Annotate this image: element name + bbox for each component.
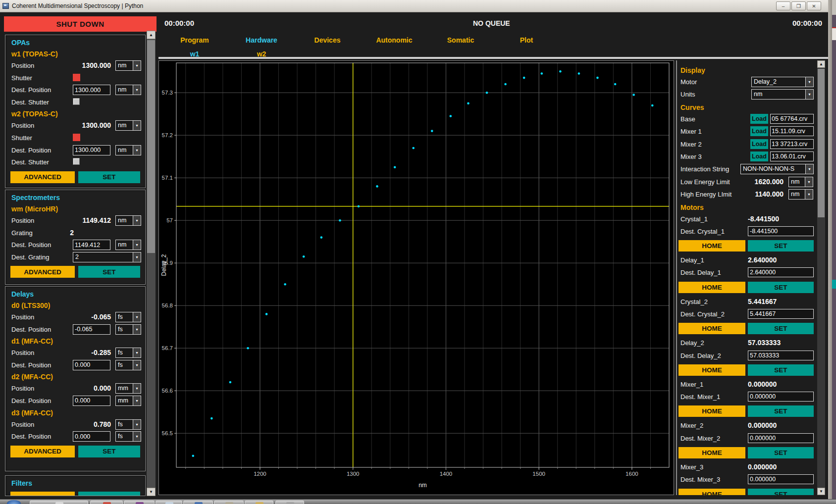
load-button[interactable]: Load [750,126,768,136]
set-button[interactable]: SET [748,282,814,293]
dest-motor-input[interactable] [748,309,814,319]
tab-somatic[interactable]: Somatic [447,36,474,44]
scroll-down-icon[interactable]: ▼ [147,488,156,496]
title-bar[interactable]: Coherent Multidimensional Spectroscopy |… [0,0,832,12]
plot-svg[interactable]: 1200130014001500160056.556.656.756.856.9… [159,61,674,495]
taskbar-button[interactable] [245,501,273,504]
start-button-icon[interactable] [7,500,21,504]
unit-dropdown[interactable]: mm▼ [115,396,141,406]
set-button[interactable]: SET [78,266,140,278]
taskbar[interactable] [0,499,836,504]
load-button[interactable]: Load [750,151,768,161]
tab-plot[interactable]: Plot [520,36,533,44]
unit-dropdown[interactable]: nm▼ [788,177,813,187]
dest-input[interactable] [73,145,110,155]
unit-dropdown[interactable]: nm▼ [115,60,141,71]
unit-dropdown[interactable]: mm▼ [115,383,141,394]
scrollbar-thumb[interactable] [818,69,825,217]
tab-devices[interactable]: Devices [314,36,341,44]
advanced-button[interactable]: ADVANCED [10,171,75,183]
unit-dropdown[interactable]: nm▼ [115,240,141,250]
tab-hardware[interactable]: Hardware [246,36,277,44]
interaction-dropdown[interactable]: NON-NON-NON-S▼ [740,164,814,174]
dest-input[interactable] [73,85,110,95]
scrollbar-thumb[interactable] [147,40,155,253]
unit-dropdown[interactable]: fs▼ [115,312,141,322]
taskbar-button[interactable] [275,501,304,504]
unit-dropdown[interactable]: fs▼ [115,360,141,370]
home-button[interactable]: HOME [679,489,745,495]
advanced-button[interactable]: ADVANCED [10,446,75,457]
taskbar-button[interactable] [156,501,182,504]
home-button[interactable]: HOME [679,282,745,293]
unit-dropdown[interactable]: nm▼ [115,85,141,95]
set-button[interactable]: SET [78,446,140,457]
curve-file-field[interactable] [770,151,814,161]
dest-input[interactable] [73,431,110,442]
dest-input[interactable] [73,324,110,335]
dest-input[interactable] [73,240,110,250]
unit-dropdown[interactable]: fs▼ [115,419,141,430]
load-button[interactable]: Load [750,114,768,124]
grating-dropdown[interactable]: 2▼ [73,252,141,262]
home-button[interactable]: HOME [679,364,745,376]
set-button[interactable]: SET [78,492,140,496]
curve-file-field[interactable] [770,114,814,124]
set-button[interactable]: SET [748,364,814,376]
set-button[interactable]: SET [748,240,814,252]
close-button[interactable]: ✕ [807,1,821,10]
maximize-button[interactable]: ❐ [791,1,806,10]
home-button[interactable]: HOME [679,323,745,334]
dest-shutter-checkbox[interactable] [73,158,80,165]
home-button[interactable]: HOME [679,240,745,252]
unit-dropdown[interactable]: fs▼ [115,348,141,358]
units-dropdown[interactable]: nm▼ [751,89,814,100]
unit-dropdown[interactable]: nm▼ [788,189,813,200]
set-button[interactable]: SET [78,171,140,183]
unit-dropdown[interactable]: nm▼ [115,145,141,155]
set-button[interactable]: SET [748,323,814,334]
unit-dropdown[interactable]: nm▼ [115,215,141,226]
shutdown-button[interactable]: SHUT DOWN [4,16,157,32]
taskbar-button[interactable] [124,501,155,504]
button-row: ADVANCEDSET [10,266,140,278]
taskbar-button[interactable] [183,501,213,504]
taskbar-button[interactable] [30,501,88,504]
dest-motor-input[interactable] [748,351,814,360]
dest-input[interactable] [73,396,110,406]
advanced-button[interactable]: ADVANCED [10,266,75,278]
subtab-w2[interactable]: w2 [257,50,266,58]
taskbar-button[interactable] [90,501,123,504]
subtab-w1[interactable]: w1 [190,50,200,58]
motor-dropdown[interactable]: Delay_2▼ [751,77,814,87]
unit-dropdown[interactable]: nm▼ [115,120,141,131]
scroll-down-icon[interactable]: ▼ [817,488,825,495]
set-button[interactable]: SET [748,489,814,495]
delay-curve-plot[interactable]: 1200130014001500160056.556.656.756.856.9… [158,60,674,495]
dest-motor-input[interactable] [748,267,814,277]
right-scrollbar[interactable]: ▲ ▼ [817,60,825,495]
load-button[interactable]: Load [750,139,768,149]
taskbar-button[interactable] [214,501,244,504]
unit-dropdown[interactable]: fs▼ [115,324,141,335]
set-button[interactable]: SET [748,447,814,458]
tab-program[interactable]: Program [180,36,209,44]
dest-motor-input[interactable] [748,474,814,484]
dest-motor-input[interactable] [748,392,814,402]
unit-dropdown[interactable]: fs▼ [115,431,141,442]
home-button[interactable]: HOME [679,447,745,458]
tab-autonomic[interactable]: Autonomic [376,36,412,44]
scroll-up-icon[interactable]: ▲ [817,60,825,68]
minimize-button[interactable]: ‒ [776,1,790,10]
dest-motor-input[interactable] [748,433,814,443]
set-button[interactable]: SET [748,405,814,417]
dest-shutter-checkbox[interactable] [73,98,80,105]
left-scrollbar[interactable]: ▲ ▼ [147,31,156,496]
home-button[interactable]: HOME [679,405,745,417]
dest-input[interactable] [73,360,110,370]
advanced-button[interactable]: ADVANCED [10,492,75,496]
curve-file-field[interactable] [770,126,814,136]
curve-file-field[interactable] [770,139,814,149]
dest-motor-input[interactable] [748,226,814,236]
scroll-up-icon[interactable]: ▲ [147,31,156,39]
